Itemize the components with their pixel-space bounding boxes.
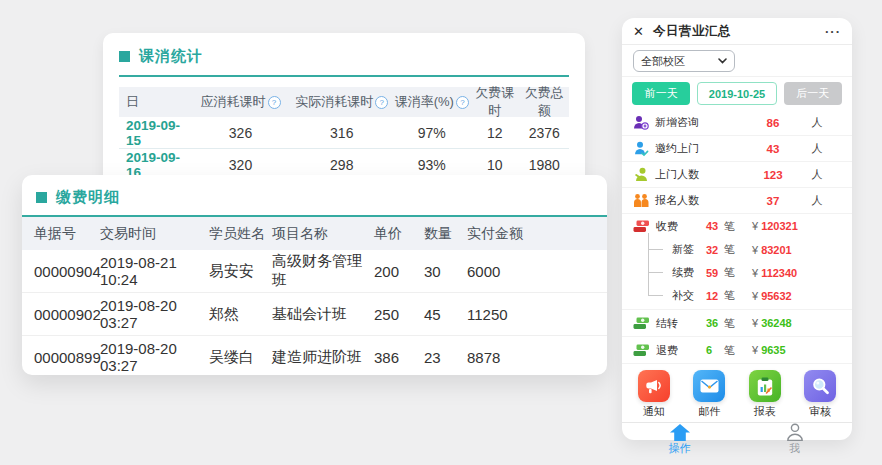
date-link[interactable]: 2019-09-15 (119, 118, 191, 148)
fee-row-income: 收费 43 笔 ¥120321 (622, 214, 852, 238)
money-green-icon (633, 343, 656, 357)
col-trade-time: 交易时间 (100, 225, 209, 243)
course-stats-card: 课消统计 日 应消耗课时? 实际消耗课时? 课消率(%)? 欠费课时 欠费总额 … (103, 33, 585, 193)
col-owed-hours: 欠费课时 (470, 84, 520, 120)
more-icon[interactable]: ··· (825, 24, 841, 39)
help-icon[interactable]: ? (456, 96, 469, 109)
megaphone-icon (638, 370, 670, 402)
col-owed-total: 欠费总额 (520, 84, 570, 120)
title-square-icon (119, 51, 130, 62)
people-icon (633, 193, 655, 209)
money-green-icon (633, 316, 656, 330)
app-report[interactable]: 报表 (749, 370, 781, 419)
user-icon (786, 423, 804, 441)
person-visit-icon (633, 167, 655, 183)
col-expected-hours: 应消耗课时? (191, 93, 290, 111)
panel-header: ✕ 今日营业汇总 ··· (622, 18, 852, 45)
stat-row-visitors: 上门人数 123 人 (622, 162, 852, 188)
tree-branch-line (648, 295, 663, 296)
course-card-title-text: 课消统计 (139, 47, 203, 66)
yen-symbol: ¥ (752, 267, 758, 279)
app-audit[interactable]: 审核 (804, 370, 836, 419)
fee-row-carryover: 结转 36 笔 ¥36248 (622, 310, 852, 337)
payment-detail-card: 缴费明细 单据号 交易时间 学员姓名 项目名称 单价 数量 实付金额 00000… (22, 175, 607, 375)
report-icon (749, 370, 781, 402)
course-table-row: 2019-09-15 326 316 97% 12 2376 (119, 117, 569, 149)
tab-operations[interactable]: 操作 (622, 424, 737, 456)
home-icon (670, 424, 690, 441)
tab-me[interactable]: 我 (737, 423, 852, 456)
panel-title: 今日营业汇总 (653, 23, 731, 40)
yen-symbol: ¥ (752, 220, 758, 232)
col-consumption-rate: 课消率(%)? (394, 93, 471, 111)
col-unit-price: 单价 (374, 225, 424, 243)
yen-symbol: ¥ (752, 344, 758, 356)
fee-row-new-sign: 新签 32 笔 ¥83201 (622, 238, 852, 261)
payment-table-row: 00000904 2019-08-21 10:24 易安安 高级财务管理班 20… (22, 250, 607, 293)
col-actual-hours: 实际消耗课时? (290, 93, 394, 111)
title-underline (119, 75, 569, 77)
col-student-name: 学员姓名 (209, 225, 272, 243)
col-paid-amount: 实付金额 (467, 225, 595, 243)
payment-table-header: 单据号 交易时间 学员姓名 项目名称 单价 数量 实付金额 (22, 217, 607, 250)
stat-value: 37 (753, 195, 793, 207)
help-icon[interactable]: ? (375, 96, 388, 109)
fee-breakdown-tree: 新签 32 笔 ¥83201 续费 59 笔 ¥112340 补交 12 笔 ¥… (622, 238, 852, 310)
audit-icon (804, 370, 836, 402)
campus-select-row: 全部校区 (622, 45, 852, 77)
stat-value: 86 (753, 117, 793, 129)
app-notice[interactable]: 通知 (638, 370, 670, 419)
money-red-icon (633, 219, 656, 233)
help-icon[interactable]: ? (268, 96, 281, 109)
stat-row-registrations: 报名人数 37 人 (622, 188, 852, 214)
tree-branch-line (648, 249, 663, 250)
course-table-header: 日 应消耗课时? 实际消耗课时? 课消率(%)? 欠费课时 欠费总额 (119, 87, 569, 117)
stat-row-new-consult: 新增咨询 86 人 (622, 110, 852, 136)
fee-row-refund: 退费 6 笔 ¥9635 (622, 337, 852, 364)
app-shortcuts: 通知 邮件 报表 审核 (622, 364, 852, 422)
mail-icon (693, 370, 725, 402)
col-quantity: 数量 (424, 225, 467, 243)
stat-value: 43 (753, 143, 793, 155)
yen-symbol: ¥ (752, 290, 758, 302)
date-display[interactable]: 2019-10-25 (697, 82, 776, 105)
chevron-down-icon (718, 58, 727, 64)
col-project-name: 项目名称 (272, 225, 374, 243)
payment-card-title: 缴费明细 (22, 188, 607, 207)
yen-symbol: ¥ (752, 317, 758, 329)
payment-table-row: 00000902 2019-08-20 03:27 郑然 基础会计班 250 4… (22, 293, 607, 336)
today-summary-panel: ✕ 今日营业汇总 ··· 全部校区 前一天 2019-10-25 后一天 新增咨… (622, 18, 852, 440)
person-add-icon (633, 115, 655, 131)
person-check-icon (633, 141, 655, 157)
bottom-tab-bar: 操作 我 (622, 422, 852, 456)
stat-row-invited-visit: 邀约上门 43 人 (622, 136, 852, 162)
payment-table-row: 00000899 2019-08-20 03:27 吴缕白 建造师进阶班 386… (22, 336, 607, 378)
stat-value: 123 (753, 169, 793, 181)
payment-card-title-text: 缴费明细 (56, 188, 120, 207)
date-navigation: 前一天 2019-10-25 后一天 (622, 77, 852, 110)
yen-symbol: ¥ (752, 244, 758, 256)
next-day-button[interactable]: 后一天 (784, 82, 842, 105)
title-square-icon (36, 192, 47, 203)
campus-select-value: 全部校区 (641, 54, 685, 69)
tree-branch-line (648, 272, 663, 273)
fee-row-supplement: 补交 12 笔 ¥95632 (622, 284, 852, 307)
campus-select[interactable]: 全部校区 (633, 50, 735, 72)
col-receipt-no: 单据号 (34, 225, 100, 243)
app-mail[interactable]: 邮件 (693, 370, 725, 419)
col-date: 日 (119, 93, 191, 111)
fee-row-renewal: 续费 59 笔 ¥112340 (622, 261, 852, 284)
close-icon[interactable]: ✕ (633, 24, 644, 39)
prev-day-button[interactable]: 前一天 (632, 82, 690, 105)
course-card-title: 课消统计 (119, 47, 569, 66)
